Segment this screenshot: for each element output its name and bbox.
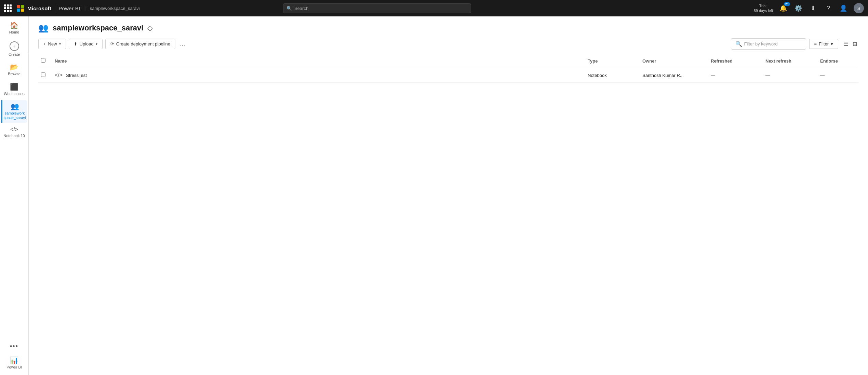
brand-powerbi: Power BI: [58, 5, 80, 11]
col-checkbox-header: [38, 54, 52, 68]
sidebar-workspaces-label: Workspaces: [4, 92, 24, 96]
sidebar-item-sampleworkspace[interactable]: 👥 samplework space_saravi: [1, 100, 27, 123]
notif-count-badge: 21: [784, 2, 790, 6]
sidebar-item-browse[interactable]: 📂 Browse: [1, 61, 27, 79]
notifications-button[interactable]: 🔔 21: [778, 3, 788, 13]
row-name-cell: </> StressTest: [52, 68, 585, 83]
sidebar-create-label: Create: [9, 52, 20, 57]
topbar-right-area: Trial: 59 days left 🔔 21 ⚙️ ⬇ ? 👤 S: [754, 3, 864, 13]
toolbar-more-button[interactable]: ...: [178, 40, 187, 49]
row-checkbox-cell: [38, 68, 52, 83]
help-button[interactable]: ?: [824, 3, 833, 13]
workspace-title: sampleworkspace_saravi: [53, 24, 143, 32]
topbar-workspace-separator: |: [84, 5, 85, 11]
home-icon: 🏠: [10, 22, 18, 29]
share-button[interactable]: 👤: [839, 3, 848, 13]
upload-button[interactable]: ⬆ Upload ▾: [69, 39, 103, 49]
more-icon: •••: [10, 343, 18, 350]
sidebar-item-create[interactable]: + Create: [1, 39, 27, 59]
user-avatar[interactable]: S: [854, 3, 864, 13]
upload-icon: ⬆: [74, 41, 78, 46]
row-endorse-cell: —: [817, 68, 858, 83]
sampleworkspace-icon: 👥: [11, 103, 19, 110]
sidebar-home-label: Home: [9, 30, 19, 35]
list-view-button[interactable]: ☰: [842, 39, 850, 49]
search-area: 🔍: [283, 3, 471, 13]
row-refreshed-cell: —: [708, 68, 763, 83]
download-button[interactable]: ⬇: [809, 3, 818, 13]
search-icon: 🔍: [286, 6, 292, 11]
col-type-header: Type: [585, 54, 640, 68]
grid-view-button[interactable]: ⊞: [851, 39, 858, 49]
pipeline-icon: ⟳: [110, 41, 114, 46]
workspaces-icon: ⬛: [10, 83, 18, 90]
sidebar: 🏠 Home + Create 📂 Browse ⬛ Workspaces 👥 …: [0, 16, 29, 375]
notebook-item-icon: </>: [55, 72, 63, 78]
col-refreshed-header: Refreshed: [708, 54, 763, 68]
sidebar-sampleworkspace-label: samplework space_saravi: [4, 111, 26, 120]
settings-button[interactable]: ⚙️: [793, 3, 803, 13]
apps-grid-icon[interactable]: [4, 4, 12, 12]
filter-keyword-input[interactable]: [744, 41, 802, 46]
row-type-cell: Notebook: [585, 68, 640, 83]
table-row: </> StressTest Notebook Santhosh Kumar R…: [38, 68, 858, 83]
workspace-title-row: 👥 sampleworkspace_saravi ◇: [38, 23, 858, 33]
topbar-workspace-name: sampleworkspace_saravi: [90, 6, 140, 11]
row-owner-cell: Santhosh Kumar R...: [640, 68, 708, 83]
filter-search-icon: 🔍: [735, 41, 742, 47]
brand-divider: [55, 5, 55, 12]
new-chevron-icon: ▾: [59, 42, 61, 46]
upload-label: Upload: [80, 41, 94, 46]
filter-label: Filter: [819, 41, 829, 46]
search-input[interactable]: [283, 3, 471, 13]
filter-search-box: 🔍: [731, 38, 806, 50]
brand-microsoft: Microsoft: [27, 5, 51, 11]
view-toggle: ☰ ⊞: [842, 39, 858, 49]
toolbar: + New ▾ ⬆ Upload ▾ ⟳ Create deployment p…: [38, 38, 858, 50]
new-button[interactable]: + New ▾: [38, 39, 66, 49]
col-name-header: Name: [52, 54, 585, 68]
content-area: 👥 sampleworkspace_saravi ◇ + New ▾ ⬆ Upl…: [29, 16, 868, 375]
content-header: 👥 sampleworkspace_saravi ◇ + New ▾ ⬆ Upl…: [29, 16, 868, 54]
col-owner-header: Owner: [640, 54, 708, 68]
trial-badge: Trial: 59 days left: [754, 3, 773, 13]
sidebar-powerbi-label: Power BI: [6, 365, 22, 370]
microsoft-logo: [17, 5, 24, 12]
filter-button[interactable]: ≡ Filter ▾: [809, 39, 838, 49]
row-nextrefresh-cell: —: [763, 68, 817, 83]
powerbi-icon: 📊: [10, 357, 18, 364]
new-icon: +: [43, 41, 46, 46]
filter-chevron-icon: ▾: [831, 41, 833, 46]
col-nextrefresh-header: Next refresh: [763, 54, 817, 68]
table-header: Name Type Owner Refreshed Next refresh E…: [38, 54, 858, 68]
upload-chevron-icon: ▾: [96, 42, 97, 46]
sidebar-item-workspaces[interactable]: ⬛ Workspaces: [1, 81, 27, 99]
pipeline-label: Create deployment pipeline: [116, 41, 170, 46]
sidebar-item-notebook10[interactable]: </> Notebook 10: [1, 124, 27, 141]
col-endorse-header: Endorse: [817, 54, 858, 68]
notebook10-icon: </>: [10, 127, 18, 132]
topbar: Microsoft Power BI | sampleworkspace_sar…: [0, 0, 868, 16]
sidebar-more-button[interactable]: •••: [1, 340, 27, 353]
pipeline-button[interactable]: ⟳ Create deployment pipeline: [105, 39, 175, 49]
create-icon: +: [10, 41, 19, 51]
table-body: </> StressTest Notebook Santhosh Kumar R…: [38, 68, 858, 83]
filter-lines-icon: ≡: [814, 41, 817, 46]
items-table-container: Name Type Owner Refreshed Next refresh E…: [29, 54, 868, 375]
main-layout: 🏠 Home + Create 📂 Browse ⬛ Workspaces 👥 …: [0, 16, 868, 375]
sidebar-item-home[interactable]: 🏠 Home: [1, 19, 27, 37]
brand-area: Microsoft Power BI | sampleworkspace_sar…: [17, 5, 140, 12]
sidebar-browse-label: Browse: [8, 72, 21, 76]
browse-icon: 📂: [10, 64, 18, 70]
sidebar-item-powerbi[interactable]: 📊 Power BI: [1, 354, 27, 372]
select-all-checkbox[interactable]: [41, 58, 45, 63]
items-table: Name Type Owner Refreshed Next refresh E…: [38, 54, 858, 83]
row-checkbox[interactable]: [41, 72, 45, 77]
sidebar-notebook10-label: Notebook 10: [3, 134, 25, 138]
new-label: New: [48, 41, 57, 46]
item-name[interactable]: StressTest: [66, 73, 87, 78]
diamond-icon: ◇: [147, 24, 152, 32]
workspace-header-icon: 👥: [38, 23, 49, 33]
more-icon: ...: [179, 41, 186, 47]
